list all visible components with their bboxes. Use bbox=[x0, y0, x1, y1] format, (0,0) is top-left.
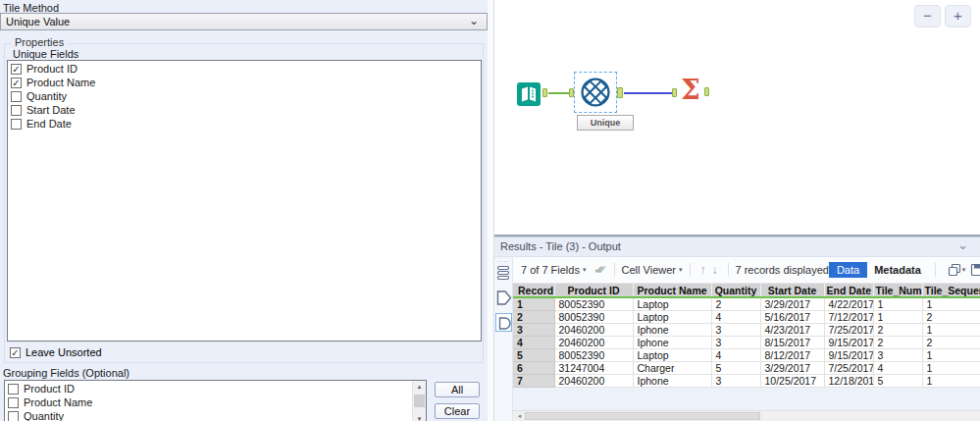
checkbox[interactable] bbox=[11, 105, 22, 116]
workflow-canvas[interactable]: − + Unique Value Σ bbox=[494, 0, 980, 237]
cell[interactable]: 7/25/2017 bbox=[824, 362, 873, 375]
scrollbar-thumb[interactable] bbox=[414, 395, 425, 407]
cell[interactable]: 1 bbox=[873, 297, 922, 311]
tile-tool-icon[interactable] bbox=[581, 78, 610, 107]
zoom-in-button[interactable]: + bbox=[945, 5, 971, 27]
cell[interactable]: 20460200 bbox=[554, 337, 633, 349]
cell[interactable]: 3/29/2017 bbox=[760, 297, 824, 311]
cell[interactable]: 8/15/2017 bbox=[760, 337, 824, 349]
cell[interactable]: 5/16/2017 bbox=[760, 311, 824, 324]
cell[interactable]: 4/22/2017 bbox=[824, 297, 873, 311]
unique-field-end-date[interactable]: End Date bbox=[8, 117, 481, 131]
grouping-scrollbar[interactable]: ▲ ▼ bbox=[412, 381, 426, 421]
input-connection-icon[interactable] bbox=[496, 289, 512, 306]
cell[interactable]: 1 bbox=[922, 297, 980, 311]
cell[interactable]: 80052390 bbox=[554, 297, 633, 311]
checkbox[interactable] bbox=[8, 384, 19, 395]
cell[interactable]: 9/15/2017 bbox=[824, 349, 873, 362]
output-anchor[interactable] bbox=[617, 87, 623, 98]
cell[interactable]: Laptop bbox=[633, 311, 711, 324]
clear-button[interactable]: Clear bbox=[435, 403, 480, 419]
up-arrow-icon[interactable]: ↑ bbox=[700, 263, 706, 277]
grouping-field-product-name[interactable]: Product Name bbox=[5, 395, 412, 409]
cell[interactable]: 7/25/2017 bbox=[824, 324, 873, 337]
unique-field-product-name[interactable]: ✓Product Name bbox=[8, 76, 481, 89]
cell[interactable]: 20460200 bbox=[554, 324, 633, 337]
cell[interactable]: 1 bbox=[922, 324, 980, 337]
cell[interactable]: 4 bbox=[711, 311, 760, 324]
cell[interactable]: 2 bbox=[711, 297, 760, 311]
scroll-down-icon[interactable]: ▼ bbox=[413, 413, 426, 421]
dropdown-caret-icon[interactable]: ▾ bbox=[962, 266, 966, 274]
cell[interactable]: 2 bbox=[873, 324, 922, 337]
grouping-fields-listbox[interactable]: Product IDProduct NameQuantityStart Date… bbox=[4, 380, 427, 421]
tile-method-dropdown[interactable]: Unique Value ⌄ bbox=[0, 13, 488, 30]
cell[interactable]: 2 bbox=[922, 337, 980, 349]
unique-field-start-date[interactable]: Start Date bbox=[8, 103, 481, 117]
cell[interactable]: 12/18/2017 bbox=[824, 375, 873, 388]
record-number[interactable]: 4 bbox=[513, 337, 554, 349]
cell[interactable]: 5 bbox=[711, 362, 760, 375]
collapse-chevron-icon[interactable]: ⌄ bbox=[957, 236, 968, 254]
cell-viewer-dropdown[interactable]: Cell Viewer bbox=[622, 264, 676, 276]
input-data-tool-icon[interactable] bbox=[517, 82, 541, 106]
tool-annotation[interactable]: Unique Value bbox=[577, 115, 634, 131]
fields-dropdown[interactable]: 7 of 7 Fields bbox=[521, 264, 580, 276]
cell[interactable]: Iphone bbox=[633, 375, 711, 388]
cell[interactable]: 3 bbox=[711, 375, 760, 388]
scrollbar-thumb[interactable] bbox=[525, 412, 760, 420]
record-number[interactable]: 1 bbox=[513, 297, 554, 311]
scroll-up-icon[interactable]: ▲ bbox=[413, 381, 426, 394]
cell[interactable]: 8/12/2017 bbox=[760, 349, 824, 362]
dropdown-caret-icon[interactable]: ▾ bbox=[583, 266, 587, 274]
save-icon[interactable]: ▾ bbox=[970, 263, 980, 277]
checkbox[interactable] bbox=[11, 91, 22, 102]
cell[interactable]: 31247004 bbox=[554, 362, 633, 375]
panel-splitter[interactable] bbox=[488, 0, 494, 421]
tab-metadata[interactable]: Metadata bbox=[867, 262, 928, 278]
cell[interactable]: Iphone bbox=[633, 337, 711, 349]
cell[interactable]: 3 bbox=[873, 349, 922, 362]
cell[interactable]: 1 bbox=[922, 349, 980, 362]
record-number[interactable]: 2 bbox=[513, 311, 554, 324]
leave-unsorted-checkbox[interactable]: ✓ Leave Unsorted bbox=[10, 345, 102, 359]
connection-wire[interactable] bbox=[624, 92, 672, 94]
down-arrow-icon[interactable]: ↓ bbox=[712, 263, 718, 277]
checkbox[interactable] bbox=[8, 397, 19, 408]
cell[interactable]: 80052390 bbox=[554, 349, 633, 362]
column-header-end-date[interactable]: End Date bbox=[824, 284, 873, 297]
cell[interactable]: 1 bbox=[873, 311, 922, 324]
column-header-product-name[interactable]: Product Name bbox=[633, 284, 711, 297]
record-number[interactable]: 6 bbox=[513, 362, 554, 375]
output-anchor[interactable] bbox=[542, 88, 547, 97]
record-number[interactable]: 3 bbox=[513, 324, 554, 337]
scroll-left-icon[interactable]: ◄ bbox=[514, 411, 525, 421]
unique-field-product-id[interactable]: ✓Product ID bbox=[8, 62, 481, 76]
checkbox[interactable]: ✓ bbox=[10, 347, 21, 358]
cell[interactable]: 4/23/2017 bbox=[760, 324, 824, 337]
cell[interactable]: 5 bbox=[873, 375, 922, 388]
cell[interactable]: 3 bbox=[711, 324, 760, 337]
column-header-tile-sequencenum[interactable]: Tile_SequenceNum bbox=[922, 284, 980, 297]
unique-fields-listbox[interactable]: ✓Product ID✓Product NameQuantityStart Da… bbox=[7, 60, 482, 342]
checkbox[interactable] bbox=[11, 119, 22, 130]
record-number[interactable]: 7 bbox=[513, 375, 554, 388]
column-header-tile-num[interactable]: Tile_Num bbox=[873, 284, 922, 297]
cell[interactable]: 80052390 bbox=[554, 311, 633, 324]
cell[interactable]: 2 bbox=[873, 337, 922, 349]
connection-wire[interactable] bbox=[548, 92, 569, 94]
zoom-out-button[interactable]: − bbox=[914, 5, 941, 27]
unique-field-quantity[interactable]: Quantity bbox=[8, 89, 481, 103]
drag-grip-icon[interactable] bbox=[497, 260, 510, 264]
checkbox[interactable] bbox=[8, 411, 19, 421]
output-anchor[interactable] bbox=[704, 87, 709, 96]
copy-icon[interactable]: ▾ bbox=[948, 263, 966, 277]
data-stream-icon[interactable] bbox=[496, 265, 511, 281]
cell[interactable]: 3 bbox=[711, 337, 760, 349]
cell[interactable]: 2 bbox=[922, 311, 980, 324]
cell[interactable]: 7/12/2017 bbox=[824, 311, 873, 324]
results-title-bar[interactable]: Results - Tile (3) - Output ⌄ bbox=[494, 237, 980, 257]
cell[interactable]: 3/29/2017 bbox=[760, 362, 824, 375]
results-horizontal-scrollbar[interactable]: ◄ ► bbox=[513, 410, 980, 421]
output-connection-icon[interactable] bbox=[495, 313, 512, 332]
